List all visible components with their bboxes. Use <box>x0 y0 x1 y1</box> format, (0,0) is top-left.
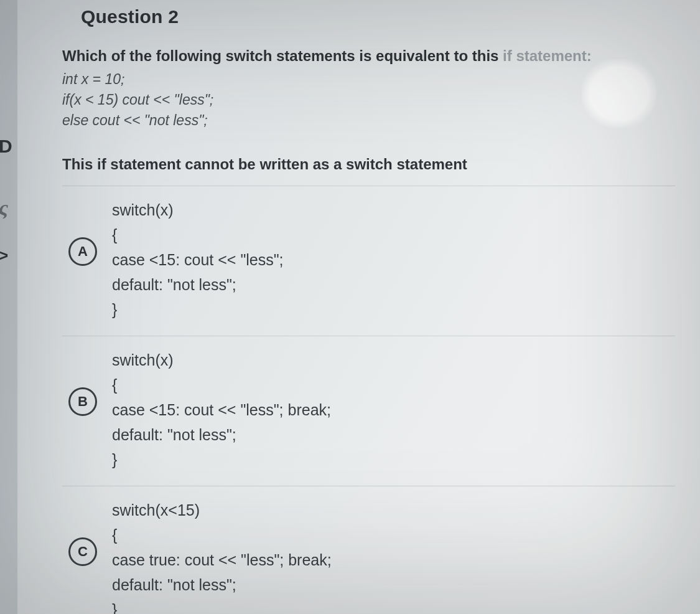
code-line-2: if(x < 15) cout << "less"; <box>62 90 675 110</box>
left-rail: D ς > <box>0 0 17 614</box>
rail-mark-d: D <box>0 136 12 157</box>
question-statement: This if statement cannot be written as a… <box>62 156 675 173</box>
option-letter-b: B <box>68 387 97 416</box>
rail-mark-gt: > <box>0 246 8 265</box>
code-line-3: else cout << "not less"; <box>62 111 675 130</box>
question-content: Question 2 Which of the following switch… <box>62 6 675 614</box>
option-letter-a: A <box>68 237 97 266</box>
prompt-if-statement: if statement: <box>503 47 592 64</box>
question-title: Question 2 <box>81 6 675 27</box>
option-b[interactable]: B switch(x) { case <15: cout << "less"; … <box>62 336 675 486</box>
rail-mark-s: ς <box>0 196 8 220</box>
quiz-page: D ς > Question 2 Which of the following … <box>0 0 700 614</box>
question-prompt: Which of the following switch statements… <box>62 46 675 66</box>
prompt-main-text: Which of the following switch statements… <box>62 47 503 64</box>
option-body-b: switch(x) { case <15: cout << "less"; br… <box>112 347 675 472</box>
option-c[interactable]: C switch(x<15) { case true: cout << "les… <box>62 486 675 614</box>
option-body-a: switch(x) { case <15: cout << "less"; de… <box>112 197 675 322</box>
option-body-c: switch(x<15) { case true: cout << "less"… <box>112 498 675 614</box>
option-letter-c: C <box>68 537 97 566</box>
option-a[interactable]: A switch(x) { case <15: cout << "less"; … <box>62 186 675 336</box>
answer-options: A switch(x) { case <15: cout << "less"; … <box>62 186 675 614</box>
code-line-1: int x = 10; <box>62 70 675 89</box>
